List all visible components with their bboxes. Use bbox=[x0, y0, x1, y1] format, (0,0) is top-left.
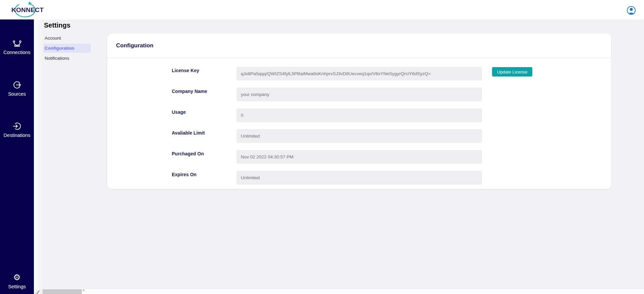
logo-text: KONNECT bbox=[11, 6, 41, 14]
form-row: Usage bbox=[107, 108, 611, 122]
settings-gear-icon: ⚙ bbox=[0, 273, 34, 282]
content-left-fade bbox=[34, 19, 43, 289]
sidebar-item-connections[interactable]: Connections bbox=[0, 39, 34, 55]
sidebar-item-destinations[interactable]: Destinations bbox=[0, 121, 34, 138]
field-label: Expires On bbox=[172, 171, 236, 177]
sidebar-item-sources[interactable]: Sources bbox=[0, 80, 34, 97]
sidebar-item-label: Connections bbox=[0, 50, 34, 55]
field-label: Purchaged On bbox=[172, 150, 236, 156]
settings-nav-item[interactable]: Configuration bbox=[43, 44, 91, 53]
page-title: Settings bbox=[44, 21, 70, 29]
field-label: Avaliable Limit bbox=[172, 129, 236, 136]
form-row: Avaliable Limit bbox=[107, 129, 611, 143]
user-avatar-icon[interactable] bbox=[627, 6, 636, 15]
field-label: License Key bbox=[172, 67, 236, 73]
form-fields: License Key Update License Company Name … bbox=[107, 58, 611, 185]
form-row: Expires On bbox=[107, 171, 611, 185]
settings-nav: Account Configuration Notifications bbox=[43, 34, 91, 64]
scrollbar-left-arrow-icon[interactable] bbox=[36, 290, 40, 294]
form-row: Company Name bbox=[107, 88, 611, 101]
settings-nav-item[interactable]: Account bbox=[43, 34, 91, 43]
form-row: Purchaged On bbox=[107, 150, 611, 164]
field-label: Usage bbox=[172, 108, 236, 115]
scrollbar-caret-icon[interactable]: ^ bbox=[83, 289, 85, 293]
connections-icon bbox=[0, 39, 34, 48]
scrollbar-thumb[interactable] bbox=[43, 289, 82, 294]
field-input[interactable] bbox=[236, 108, 482, 122]
sidebar-item-settings[interactable]: ⚙ Settings bbox=[0, 273, 34, 289]
field-input[interactable] bbox=[236, 171, 482, 185]
field-input[interactable] bbox=[236, 129, 482, 143]
sidebar-item-label: Settings bbox=[0, 284, 34, 289]
update-license-button[interactable]: Update License bbox=[492, 67, 532, 77]
sidebar: Connections Sources Destinat bbox=[0, 19, 34, 294]
card-header: Configuration bbox=[107, 34, 611, 58]
field-input[interactable] bbox=[236, 67, 482, 81]
scrollbar-track[interactable] bbox=[82, 289, 644, 294]
konnect-logo[interactable]: KONNECT bbox=[9, 1, 42, 18]
card-title: Configuration bbox=[116, 42, 153, 49]
form-row: License Key Update License bbox=[107, 67, 611, 81]
configuration-card: Configuration License Key Update License… bbox=[107, 34, 611, 189]
sidebar-item-label: Sources bbox=[0, 91, 34, 97]
top-bar: KONNECT bbox=[0, 0, 644, 19]
destinations-icon bbox=[0, 121, 34, 131]
field-label: Company Name bbox=[172, 88, 236, 94]
horizontal-scrollbar: ^ bbox=[34, 289, 644, 294]
field-input[interactable] bbox=[236, 150, 482, 164]
settings-nav-item[interactable]: Notifications bbox=[43, 54, 91, 63]
sources-icon bbox=[0, 80, 34, 90]
sidebar-item-label: Destinations bbox=[0, 133, 34, 138]
field-input[interactable] bbox=[236, 88, 482, 101]
